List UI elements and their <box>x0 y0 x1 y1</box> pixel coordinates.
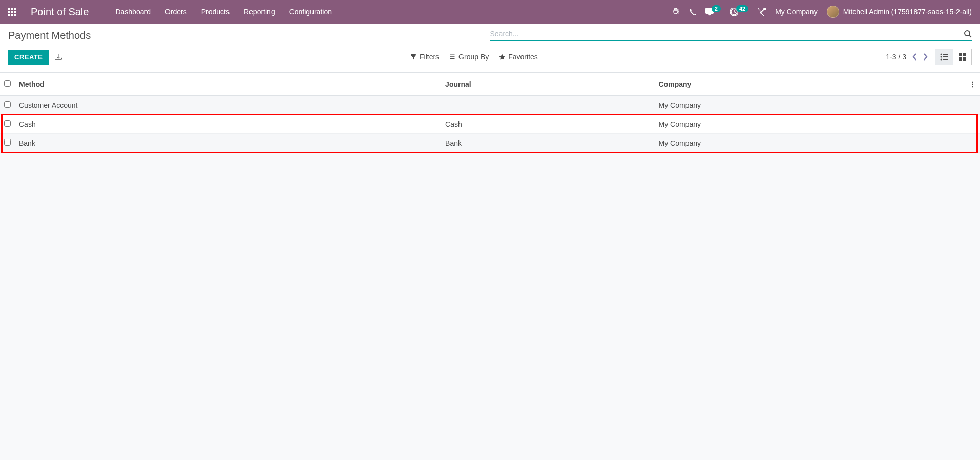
star-icon <box>499 54 505 60</box>
search-icon[interactable] <box>964 30 972 38</box>
row-checkbox[interactable] <box>4 139 11 146</box>
groupby-icon <box>449 54 455 60</box>
svg-rect-8 <box>963 53 966 56</box>
navbar-left: Point of Sale Dashboard Orders Products … <box>8 6 332 18</box>
kanban-view-button[interactable] <box>953 49 972 65</box>
list-view: Method Journal Company ⋮ Customer Accoun… <box>0 73 980 153</box>
header-company[interactable]: Company <box>655 73 965 96</box>
svg-point-0 <box>965 31 970 36</box>
create-button[interactable]: CREATE <box>8 50 49 65</box>
nav-products[interactable]: Products <box>201 8 230 16</box>
nav-reporting[interactable]: Reporting <box>244 8 275 16</box>
search-input[interactable] <box>490 30 964 38</box>
pager-text: 1-3 / 3 <box>886 53 906 61</box>
control-panel: Payment Methods CREATE Filters Group By <box>0 24 980 73</box>
avatar <box>827 6 839 18</box>
phone-icon[interactable] <box>689 8 696 15</box>
cell-journal: Cash <box>441 115 654 134</box>
table-row[interactable]: Customer Account My Company <box>0 96 980 115</box>
svg-rect-2 <box>943 54 948 55</box>
cell-method: Bank <box>15 134 441 153</box>
nav-dashboard[interactable]: Dashboard <box>115 8 151 16</box>
cell-method: Cash <box>15 115 441 134</box>
nav-menu: Dashboard Orders Products Reporting Conf… <box>115 8 332 16</box>
kanban-icon <box>959 53 966 61</box>
search-area <box>490 30 972 41</box>
pager-next-icon[interactable] <box>923 53 928 61</box>
favorites-label: Favorites <box>508 53 538 61</box>
pager-prev-icon[interactable] <box>912 53 918 61</box>
view-switcher <box>935 49 972 65</box>
svg-point-5 <box>941 59 942 61</box>
table-row[interactable]: Cash Cash My Company <box>0 115 980 134</box>
messages-icon[interactable]: 2 <box>705 8 721 16</box>
navbar-right: 2 42 My Company Mitchell Admin (17591877… <box>672 6 972 18</box>
activities-icon[interactable]: 42 <box>730 8 748 16</box>
messages-badge: 2 <box>712 5 721 12</box>
header-journal[interactable]: Journal <box>441 73 654 96</box>
groupby-button[interactable]: Group By <box>449 53 489 61</box>
apps-icon[interactable] <box>8 8 16 16</box>
svg-rect-4 <box>943 56 948 57</box>
groupby-label: Group By <box>458 53 489 61</box>
svg-point-1 <box>941 54 942 55</box>
page-title: Payment Methods <box>8 30 91 42</box>
nav-configuration[interactable]: Configuration <box>289 8 332 16</box>
select-all-checkbox[interactable] <box>4 80 11 87</box>
list-view-button[interactable] <box>935 49 953 65</box>
company-selector[interactable]: My Company <box>775 8 817 16</box>
nav-orders[interactable]: Orders <box>165 8 187 16</box>
import-icon[interactable] <box>55 53 62 61</box>
cell-company: My Company <box>655 115 965 134</box>
user-name: Mitchell Admin (17591877-saas-15-2-all) <box>843 8 972 16</box>
cell-journal <box>441 96 654 115</box>
pager: 1-3 / 3 <box>886 53 928 61</box>
table-row[interactable]: Bank Bank My Company <box>0 134 980 153</box>
row-checkbox[interactable] <box>4 120 11 127</box>
app-brand[interactable]: Point of Sale <box>31 6 89 18</box>
row-checkbox[interactable] <box>4 101 11 108</box>
tools-icon[interactable] <box>758 8 766 16</box>
list-icon <box>940 53 948 61</box>
column-menu-icon[interactable]: ⋮ <box>969 80 976 88</box>
favorites-button[interactable]: Favorites <box>499 53 538 61</box>
activities-badge: 42 <box>736 5 748 12</box>
cell-company: My Company <box>655 96 965 115</box>
cell-journal: Bank <box>441 134 654 153</box>
svg-rect-7 <box>959 53 962 56</box>
payment-methods-table: Method Journal Company ⋮ Customer Accoun… <box>0 73 980 153</box>
navbar: Point of Sale Dashboard Orders Products … <box>0 0 980 24</box>
filter-icon <box>410 54 416 60</box>
bug-icon[interactable] <box>672 8 680 16</box>
user-menu[interactable]: Mitchell Admin (17591877-saas-15-2-all) <box>827 6 972 18</box>
cell-company: My Company <box>655 134 965 153</box>
svg-rect-10 <box>963 57 966 61</box>
svg-rect-9 <box>959 57 962 61</box>
svg-rect-6 <box>943 59 948 60</box>
svg-point-3 <box>941 56 942 58</box>
filters-button[interactable]: Filters <box>410 53 439 61</box>
cell-method: Customer Account <box>15 96 441 115</box>
header-method[interactable]: Method <box>15 73 441 96</box>
filters-label: Filters <box>420 53 439 61</box>
